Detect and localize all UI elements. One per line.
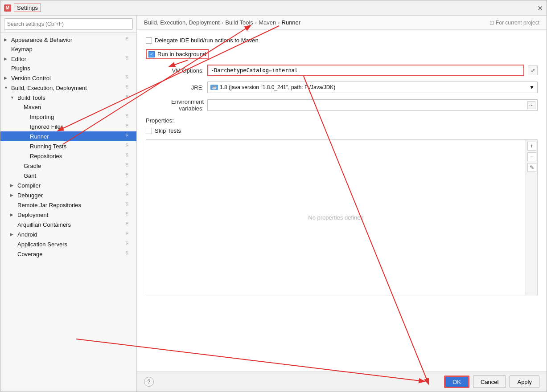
run-in-background-box: ✓ Run in background — [146, 49, 209, 59]
sidebar-item-remote-jar[interactable]: Remote Jar Repositories ⎘ — [0, 200, 136, 210]
sidebar-item-build-execution[interactable]: ▼ Build, Execution, Deployment ⎘ — [0, 83, 136, 93]
sidebar-item-maven[interactable]: Maven — [0, 102, 136, 112]
skip-tests-row: Skip Tests — [146, 127, 538, 134]
close-button[interactable]: ✕ — [537, 4, 543, 12]
copy-icon: ⎘ — [126, 94, 133, 101]
copy-icon: ⎘ — [126, 74, 133, 82]
jre-label: JRE: — [146, 84, 204, 91]
sidebar-item-runner[interactable]: Runner ⎘ — [0, 131, 136, 141]
copy-icon: ⎘ — [126, 84, 133, 91]
run-in-background-row: ✓ Run in background — [146, 49, 538, 59]
breadcrumb-part-1: Build, Execution, Deployment — [144, 19, 220, 26]
project-icon: ⊡ — [489, 20, 494, 26]
run-in-background-checkbox-label[interactable]: ✓ Run in background — [146, 49, 209, 59]
breadcrumb-sep: › — [255, 19, 257, 26]
bottom-right: OK Cancel Apply — [444, 376, 539, 388]
jre-value: 1.8 (java version "1.8.0_241", path: F:/… — [220, 84, 335, 90]
apply-button[interactable]: Apply — [510, 376, 539, 388]
sidebar-item-repositories[interactable]: Repositories ⎘ — [0, 151, 136, 161]
no-properties-text: No properties defined — [308, 214, 363, 221]
expand-arrow-icon: ▼ — [10, 95, 16, 100]
breadcrumb-current: Runner — [282, 19, 301, 26]
expand-arrow-icon: ▶ — [10, 183, 16, 188]
for-current-project[interactable]: ⊡ For current project — [489, 20, 539, 26]
sidebar-item-debugger[interactable]: ▶ Debugger ⎘ — [0, 190, 136, 200]
expand-arrow-icon: ▶ — [10, 232, 16, 237]
sidebar-item-deployment[interactable]: ▶ Deployment ⎘ — [0, 210, 136, 220]
help-button[interactable]: ? — [144, 377, 154, 387]
jre-folder-icon: ☕ — [210, 85, 218, 90]
copy-icon: ⎘ — [126, 143, 133, 150]
breadcrumb-part-3: Maven — [259, 19, 276, 26]
breadcrumb-part-2: Build Tools — [225, 19, 253, 26]
env-vars-field[interactable]: ⋯ — [207, 99, 538, 111]
sidebar-item-gant[interactable]: Gant ⎘ — [0, 171, 136, 180]
properties-edit-button[interactable]: ✎ — [527, 163, 536, 172]
jre-select[interactable]: ☕ 1.8 (java version "1.8.0_241", path: F… — [207, 82, 538, 93]
jre-row: JRE: ☕ 1.8 (java version "1.8.0_241", pa… — [146, 82, 538, 93]
env-vars-label: Environment variables: — [146, 98, 204, 112]
sidebar-item-editor[interactable]: ▶ Editor ⎘ — [0, 54, 136, 64]
copy-icon: ⎘ — [126, 162, 133, 169]
panel-content: Delegate IDE build/run actions to Maven … — [137, 30, 547, 372]
breadcrumb-bar: Build, Execution, Deployment › Build Too… — [137, 16, 547, 30]
copy-icon: ⎘ — [126, 133, 133, 140]
search-input[interactable] — [4, 18, 133, 30]
sidebar-item-importing[interactable]: Importing ⎘ — [0, 112, 136, 122]
sidebar-item-running-tests[interactable]: Running Tests ⎘ — [0, 141, 136, 151]
sidebar-item-build-tools[interactable]: ▼ Build Tools ⎘ — [0, 93, 136, 102]
env-vars-edit-button[interactable]: ⋯ — [527, 101, 535, 109]
sidebar-item-plugins[interactable]: Plugins — [0, 64, 136, 73]
copy-icon: ⎘ — [126, 241, 133, 248]
search-bar — [0, 16, 136, 33]
delegate-ide-checkbox[interactable] — [146, 37, 152, 44]
sidebar-item-coverage[interactable]: Coverage ⎘ — [0, 249, 136, 259]
properties-main: No properties defined — [146, 140, 526, 295]
dialog-title: Settings — [14, 4, 41, 12]
skip-tests-checkbox-label[interactable]: Skip Tests — [146, 127, 181, 134]
properties-section: Properties: Skip Tests No properties def… — [146, 117, 538, 295]
properties-sidebar-buttons: + − ✎ — [526, 140, 537, 295]
bottom-bar: ? OK Cancel Apply — [137, 372, 547, 392]
properties-label: Properties: — [146, 117, 538, 124]
sidebar-item-arquillian[interactable]: Arquillian Containers ⎘ — [0, 220, 136, 229]
sidebar-item-android[interactable]: ▶ Android ⎘ — [0, 229, 136, 239]
settings-tree: ▶ Appearance & Behavior ⎘ Keymap ▶ Edito… — [0, 33, 136, 392]
copy-icon: ⎘ — [126, 152, 133, 159]
copy-icon: ⎘ — [126, 221, 133, 228]
bottom-left: ? — [144, 377, 154, 387]
copy-icon: ⎘ — [126, 182, 133, 189]
skip-tests-label: Skip Tests — [155, 127, 181, 134]
sidebar-item-gradle[interactable]: Gradle ⎘ — [0, 161, 136, 171]
jre-icon: ☕ 1.8 (java version "1.8.0_241", path: F… — [210, 84, 335, 90]
expand-arrow-icon: ▶ — [4, 76, 10, 80]
breadcrumb: Build, Execution, Deployment › Build Too… — [144, 19, 300, 26]
delegate-ide-row: Delegate IDE build/run actions to Maven — [146, 37, 538, 44]
vm-options-input[interactable] — [207, 65, 524, 76]
delegate-ide-checkbox-label[interactable]: Delegate IDE build/run actions to Maven — [146, 37, 259, 44]
cancel-button[interactable]: Cancel — [473, 376, 506, 388]
expand-arrow-icon: ▶ — [10, 212, 16, 217]
run-in-background-label: Run in background — [157, 51, 206, 57]
sidebar-item-ignored-files[interactable]: Ignored Files ⎘ — [0, 122, 136, 131]
app-icon: M — [4, 4, 11, 12]
ok-button[interactable]: OK — [444, 376, 469, 388]
title-bar: M Settings ✕ — [0, 0, 547, 16]
copy-icon: ⎘ — [126, 211, 133, 218]
vm-options-label: VM Options: — [146, 67, 204, 74]
breadcrumb-sep: › — [278, 19, 280, 26]
sidebar-item-version-control[interactable]: ▶ Version Control ⎘ — [0, 73, 136, 83]
run-in-background-checkbox[interactable]: ✓ — [148, 51, 155, 57]
skip-tests-checkbox[interactable] — [146, 128, 152, 134]
properties-add-button[interactable]: + — [527, 142, 536, 151]
copy-icon: ⎘ — [126, 201, 133, 208]
sidebar-item-compiler[interactable]: ▶ Compiler ⎘ — [0, 180, 136, 190]
jre-dropdown-arrow: ▼ — [529, 84, 535, 90]
copy-icon: ⎘ — [126, 231, 133, 238]
sidebar-item-keymap[interactable]: Keymap — [0, 45, 136, 54]
sidebar-item-appearance[interactable]: ▶ Appearance & Behavior ⎘ — [0, 35, 136, 45]
sidebar-item-app-servers[interactable]: Application Servers ⎘ — [0, 239, 136, 249]
vm-options-expand-button[interactable]: ⤢ — [528, 65, 538, 75]
copy-icon: ⎘ — [126, 172, 133, 179]
properties-remove-button[interactable]: − — [527, 152, 536, 161]
